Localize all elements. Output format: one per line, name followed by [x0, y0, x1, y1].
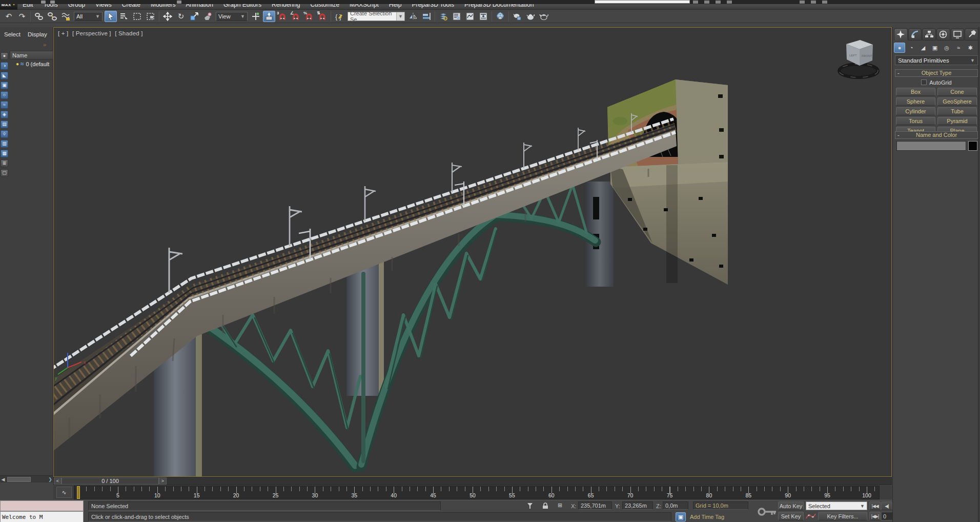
isolate-selection-toggle[interactable]: ▣: [676, 512, 686, 521]
viewcube-graphic[interactable]: LEFT FRONT: [837, 34, 886, 85]
spacewarps-icon[interactable]: ≈: [953, 43, 964, 53]
window-minimize-icon[interactable]: [800, 1, 805, 4]
previous-frame-button[interactable]: <: [54, 477, 62, 485]
select-object-icon[interactable]: [105, 11, 117, 22]
render-iterative-icon[interactable]: [538, 11, 550, 22]
shapes-icon[interactable]: ◔: [906, 43, 917, 53]
mirror-icon[interactable]: [407, 11, 419, 22]
cameras-icon[interactable]: ▣: [929, 43, 941, 53]
track-bar-ruler[interactable]: 0510152025303540455055606570758085909510…: [74, 486, 880, 499]
motion-tab[interactable]: [936, 28, 950, 41]
primitive-category-dropdown[interactable]: Standard Primitives ▼: [895, 55, 978, 65]
display-xrefs-icon[interactable]: ▤: [1, 121, 8, 128]
utilities-tab[interactable]: [965, 28, 978, 41]
bind-to-space-warp-icon[interactable]: [59, 11, 72, 22]
layer-manager-icon[interactable]: [437, 11, 450, 22]
key-filters-curve-icon[interactable]: [806, 512, 816, 521]
use-pivot-point-center-icon[interactable]: [263, 11, 275, 22]
reference-coordinate-dropdown[interactable]: View▼: [216, 12, 248, 21]
titlebar-icon[interactable]: [727, 1, 732, 4]
viewport-general-menu[interactable]: [ + ]: [58, 30, 69, 36]
title-search-input[interactable]: [595, 0, 690, 4]
tube-button[interactable]: Tube: [937, 107, 977, 115]
quick-access-icon[interactable]: [50, 1, 55, 4]
edit-named-selection-sets-icon[interactable]: { }: [333, 11, 345, 22]
collapse-icon[interactable]: -: [897, 70, 900, 76]
geosphere-button[interactable]: GeoSphere: [937, 97, 977, 106]
z-coordinate-field[interactable]: 0,0m: [663, 501, 688, 510]
explorer-horizontal-scrollbar[interactable]: ◀ ❯: [0, 475, 53, 483]
display-helpers-icon[interactable]: ○: [1, 91, 8, 99]
selection-lock-icon[interactable]: [542, 503, 548, 510]
time-slider-handle[interactable]: 0 / 100: [62, 477, 159, 485]
viewport-label[interactable]: [ + ] [ Perspective ] [ Shaded ]: [58, 30, 145, 36]
quick-access-icon[interactable]: [41, 1, 46, 4]
display-lights-icon[interactable]: ◣: [1, 72, 8, 79]
sphere-button[interactable]: Sphere: [896, 97, 935, 106]
viewcube-left-label[interactable]: LEFT: [849, 54, 857, 57]
auto-key-button[interactable]: Auto Key: [778, 501, 804, 510]
quick-access-icon[interactable]: [177, 1, 181, 4]
object-name-field[interactable]: [896, 141, 966, 151]
set-key-button[interactable]: Set Key: [778, 512, 804, 520]
display-spacewarps-icon[interactable]: ≈: [1, 101, 8, 109]
explorer-select-menu[interactable]: Select: [4, 31, 21, 39]
add-time-tag[interactable]: Add Time Tag: [690, 514, 724, 520]
display-geometry-icon[interactable]: ●: [1, 52, 8, 60]
open-mini-curve-editor-button[interactable]: ∿: [56, 487, 72, 498]
rectangular-selection-region-icon[interactable]: [131, 11, 144, 22]
command-panel-scrollbar[interactable]: [978, 27, 980, 522]
percent-snap-icon[interactable]: %: [303, 11, 315, 22]
render-setup-icon[interactable]: [494, 11, 506, 22]
named-selection-set-dropdown[interactable]: Create Selection Se▼: [348, 12, 405, 21]
geometry-icon[interactable]: ●: [894, 43, 905, 53]
select-and-manipulate-icon[interactable]: [250, 11, 262, 22]
object-type-rollout-header[interactable]: - Object Type: [895, 69, 978, 77]
box-button[interactable]: Box: [896, 88, 935, 96]
select-and-place-icon[interactable]: [201, 11, 214, 22]
absolute-mode-toggle-icon[interactable]: ⊞: [558, 502, 566, 510]
display-bones-icon[interactable]: ◊: [1, 130, 8, 138]
display-groups-icon[interactable]: ◈: [1, 111, 8, 118]
select-and-move-icon[interactable]: [161, 11, 174, 22]
render-production-icon[interactable]: [524, 11, 537, 22]
window-restore-icon[interactable]: [811, 1, 816, 4]
key-mode-toggle-icon[interactable]: |◀▶|: [869, 512, 881, 520]
perspective-viewport[interactable]: [ + ] [ Perspective ] [ Shaded ]: [53, 27, 892, 477]
scrollbar-thumb[interactable]: [7, 477, 31, 482]
viewport-shading-menu[interactable]: [ Shaded ]: [115, 30, 142, 36]
modify-tab[interactable]: [908, 28, 922, 41]
titlebar-icon[interactable]: [693, 1, 698, 4]
redo-icon[interactable]: ↷: [16, 11, 28, 22]
scroll-left-icon[interactable]: ◀: [0, 476, 6, 483]
current-frame-marker[interactable]: [77, 486, 80, 499]
titlebar-icon[interactable]: [704, 1, 709, 4]
scene-explorer-toggle-icon[interactable]: [451, 11, 463, 22]
autogrid-checkbox[interactable]: [921, 79, 927, 85]
spinner-snap-icon[interactable]: ⇅: [316, 11, 329, 22]
select-and-rotate-icon[interactable]: ↻: [175, 11, 187, 22]
selected-set-dropdown[interactable]: Selected▼: [806, 501, 867, 510]
go-to-start-icon[interactable]: |◀◀: [869, 501, 881, 510]
selection-filter-icon[interactable]: [527, 503, 533, 510]
pyramid-button[interactable]: Pyramid: [937, 117, 977, 125]
cone-button[interactable]: Cone: [937, 88, 977, 96]
window-close-icon[interactable]: [822, 1, 827, 4]
select-and-link-icon[interactable]: [33, 11, 45, 22]
list-view-icon[interactable]: ≣: [1, 159, 8, 167]
lights-icon[interactable]: ◢: [917, 43, 929, 53]
unlink-selection-icon[interactable]: [46, 11, 58, 22]
curve-editor-icon[interactable]: [464, 11, 476, 22]
explorer-name-column-header[interactable]: Name: [10, 51, 53, 59]
snaps-toggle-icon[interactable]: 3: [276, 11, 289, 22]
explorer-layer-row[interactable]: ● ≋ 0 (default: [10, 59, 53, 68]
create-tab[interactable]: [894, 28, 908, 41]
explorer-overflow-chevron[interactable]: »: [43, 42, 46, 48]
set-keys-key-icon[interactable]: [758, 507, 777, 517]
x-coordinate-field[interactable]: 235,701m: [578, 501, 612, 510]
align-icon[interactable]: [420, 11, 433, 22]
helpers-icon[interactable]: ◎: [941, 43, 952, 53]
schematic-view-icon[interactable]: [477, 11, 489, 22]
explorer-display-menu[interactable]: Display: [28, 31, 47, 39]
torus-button[interactable]: Torus: [896, 117, 935, 125]
